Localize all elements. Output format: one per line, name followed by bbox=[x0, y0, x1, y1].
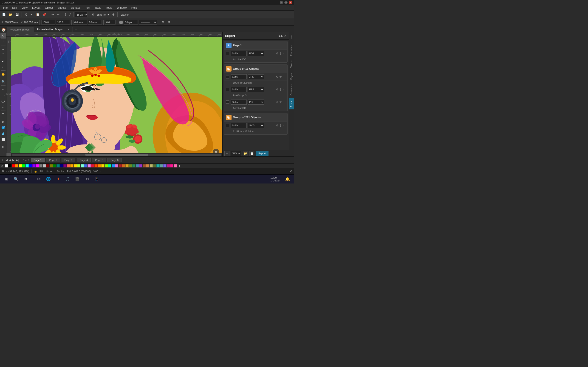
import-button[interactable]: ⤵ bbox=[64, 12, 68, 17]
color-swatch-44[interactable] bbox=[156, 164, 160, 167]
color-swatch-49[interactable] bbox=[174, 164, 177, 167]
group281-svg-format-select[interactable]: SVGPDFJPGPNGEPS bbox=[248, 123, 264, 128]
tab-add-button[interactable]: + bbox=[73, 26, 79, 32]
stroke-size-input[interactable] bbox=[124, 20, 138, 25]
color-swatch-32[interactable] bbox=[115, 164, 118, 167]
color-swatch-2[interactable] bbox=[12, 164, 15, 167]
color-swatch-27[interactable] bbox=[98, 164, 101, 167]
color-swatch-14[interactable] bbox=[53, 164, 56, 167]
color-swatch-17[interactable] bbox=[63, 164, 67, 167]
ellipse-tool[interactable]: ◯ bbox=[0, 98, 6, 104]
color-swatch-16[interactable] bbox=[60, 164, 63, 167]
color-swatch-38[interactable] bbox=[136, 164, 139, 167]
color-swatch-46[interactable] bbox=[163, 164, 166, 167]
options-button[interactable]: ⚙ bbox=[111, 12, 116, 17]
color-swatch-26[interactable] bbox=[95, 164, 98, 167]
rectangle-tool[interactable]: ▭ bbox=[0, 92, 6, 98]
color-swatch-22[interactable] bbox=[81, 164, 84, 167]
color-swatch-19[interactable] bbox=[70, 164, 73, 167]
color-swatch-18[interactable] bbox=[67, 164, 70, 167]
export-format-dropdown[interactable]: JPGPDFPNGSVGEPS bbox=[231, 151, 242, 156]
cut-button[interactable]: ✂ bbox=[29, 12, 34, 17]
page1-delete-button[interactable]: 🗑 bbox=[279, 52, 282, 55]
horizontal-scrollbar[interactable] bbox=[11, 153, 222, 156]
color-swatch-6[interactable] bbox=[26, 164, 29, 167]
canvas-area[interactable]: millimeters 130 140 150 160 170 180 190 … bbox=[6, 32, 222, 156]
line-tool[interactable]: ⊘ bbox=[0, 119, 6, 125]
menu-item-layout[interactable]: Layout bbox=[30, 6, 43, 10]
group11-eps-settings-button[interactable]: ⚙ bbox=[276, 88, 279, 91]
group281-svg-settings-button[interactable]: ⚙ bbox=[276, 124, 279, 127]
menu-item-file[interactable]: File bbox=[1, 6, 10, 10]
maximize-button[interactable]: □ bbox=[284, 1, 288, 4]
menu-item-help[interactable]: Help bbox=[129, 6, 139, 10]
group11-jpg-more-button[interactable]: ⋯ bbox=[283, 75, 285, 78]
blend-tool[interactable]: ⊕ bbox=[0, 144, 6, 150]
paste-button[interactable]: 📌 bbox=[41, 12, 47, 17]
pan-tool[interactable]: ✋ bbox=[0, 72, 6, 77]
menu-item-tools[interactable]: Tools bbox=[104, 6, 115, 10]
height-input[interactable] bbox=[56, 20, 70, 25]
page1-settings-button[interactable]: ⚙ bbox=[276, 52, 279, 55]
browser-button[interactable]: 🌐 bbox=[44, 175, 52, 183]
group11-jpg-suffix-input[interactable] bbox=[231, 74, 247, 79]
color-swatch-13[interactable] bbox=[50, 164, 53, 167]
interactive-fill-tool[interactable]: ⬜ bbox=[0, 137, 6, 142]
no-fill-button[interactable]: ⊘ bbox=[0, 164, 4, 168]
group11-eps-checkbox[interactable] bbox=[226, 88, 229, 91]
polygon-tool[interactable]: ⬡ bbox=[0, 104, 6, 110]
export-copy-button[interactable]: 📋 bbox=[249, 151, 254, 156]
select-tool[interactable]: ↖ bbox=[0, 33, 6, 39]
export-add-button[interactable]: + bbox=[225, 151, 229, 156]
curve-tool[interactable]: ⟜ bbox=[0, 86, 6, 92]
tab-properties[interactable]: Properties bbox=[289, 43, 294, 58]
expand-panel-button[interactable]: ▶▶ bbox=[279, 34, 283, 38]
color-swatch-45[interactable] bbox=[160, 164, 163, 167]
color-swatch-3[interactable] bbox=[15, 164, 18, 167]
group11-eps-more-button[interactable]: ⋯ bbox=[283, 88, 285, 91]
bezier-tool[interactable]: ⌒ bbox=[0, 52, 6, 58]
group11-pdf-more-button[interactable]: ⋯ bbox=[283, 100, 285, 104]
color-swatch-23[interactable] bbox=[84, 164, 87, 167]
export-button[interactable]: ⤴ bbox=[68, 12, 72, 17]
search-button[interactable]: 🔍 bbox=[12, 175, 20, 183]
menu-item-object[interactable]: Object bbox=[43, 6, 55, 10]
play-button[interactable]: ▶ bbox=[12, 158, 15, 162]
menu-item-view[interactable]: View bbox=[19, 6, 30, 10]
music-button[interactable]: 🎵 bbox=[64, 175, 72, 183]
color-swatch-33[interactable] bbox=[119, 164, 122, 167]
group11-jpg-format-select[interactable]: JPGPDFPNGSVGEPS bbox=[248, 74, 264, 79]
zoom-tool[interactable]: 🔍 bbox=[0, 79, 6, 84]
menu-item-text[interactable]: Text bbox=[83, 6, 92, 10]
add-page-end-button[interactable]: + bbox=[20, 158, 22, 162]
color-swatch-25[interactable] bbox=[91, 164, 94, 167]
file-explorer-button[interactable]: 🗂 bbox=[35, 175, 43, 183]
coreldraw-button[interactable]: ✦ bbox=[54, 175, 62, 183]
color-swatch-9[interactable] bbox=[36, 164, 39, 167]
color-swatch-30[interactable] bbox=[108, 164, 111, 167]
color-swatch-21[interactable] bbox=[77, 164, 80, 167]
group11-pdf-suffix-input[interactable] bbox=[231, 100, 247, 105]
menu-item-edit[interactable]: Edit bbox=[10, 6, 19, 10]
color-swatch-48[interactable] bbox=[170, 164, 173, 167]
tab-welcome-screen[interactable]: Welcome Screen bbox=[7, 27, 33, 32]
color-swatch-40[interactable] bbox=[143, 164, 146, 167]
group11-pdf-delete-button[interactable]: 🗑 bbox=[279, 100, 282, 104]
group281-svg-checkbox[interactable] bbox=[226, 124, 229, 127]
page1-more-button[interactable]: ⋯ bbox=[283, 52, 285, 55]
undo-button[interactable]: ↩ bbox=[50, 12, 55, 17]
node-edit-tool[interactable]: ⋮ bbox=[0, 39, 6, 44]
group281-svg-more-button[interactable]: ⋯ bbox=[283, 124, 285, 127]
launch-button[interactable]: Launch bbox=[119, 13, 131, 17]
media-button[interactable]: 🎬 bbox=[73, 175, 82, 183]
menu-item-window[interactable]: Window bbox=[115, 6, 129, 10]
snap-dropdown-button[interactable]: ▾ bbox=[106, 12, 110, 17]
group11-eps-format-select[interactable]: EPSPDFJPGPNGSVG bbox=[248, 87, 264, 92]
menu-item-bitmaps[interactable]: Bitmaps bbox=[68, 6, 83, 10]
color-swatch-15[interactable] bbox=[57, 164, 60, 167]
close-button[interactable]: ✕ bbox=[289, 1, 292, 4]
add-node-button[interactable]: ⊕ bbox=[161, 20, 165, 25]
menu-item-effects[interactable]: Effects bbox=[55, 6, 68, 10]
color-swatch-1[interactable] bbox=[8, 164, 11, 167]
palette-scroll-right[interactable]: ▶ bbox=[178, 164, 182, 168]
